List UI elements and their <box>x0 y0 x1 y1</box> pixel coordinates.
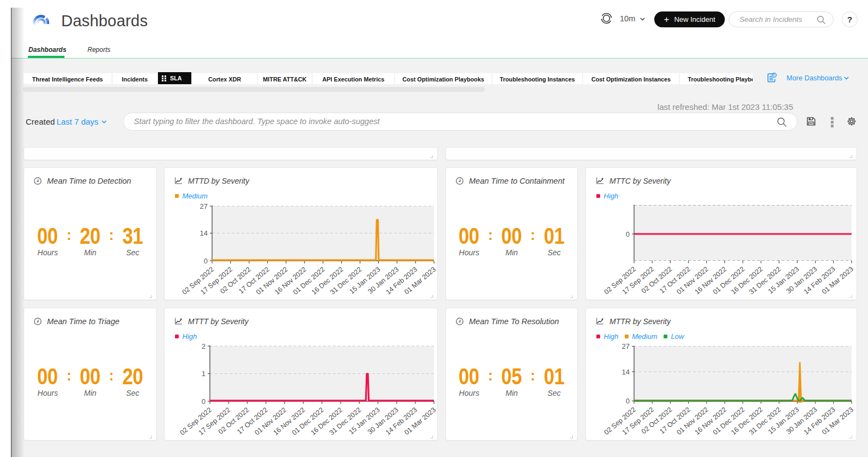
svg-text:14: 14 <box>622 368 630 376</box>
svg-text:0: 0 <box>204 257 208 265</box>
svg-text:0: 0 <box>202 397 206 406</box>
svg-text:2: 2 <box>202 342 206 350</box>
svg-text:1: 1 <box>202 370 206 378</box>
svg-text:0: 0 <box>626 230 630 238</box>
svg-text:27: 27 <box>200 202 208 210</box>
svg-text:14: 14 <box>200 229 208 237</box>
svg-text:0: 0 <box>626 397 630 405</box>
svg-text:27: 27 <box>622 342 630 350</box>
